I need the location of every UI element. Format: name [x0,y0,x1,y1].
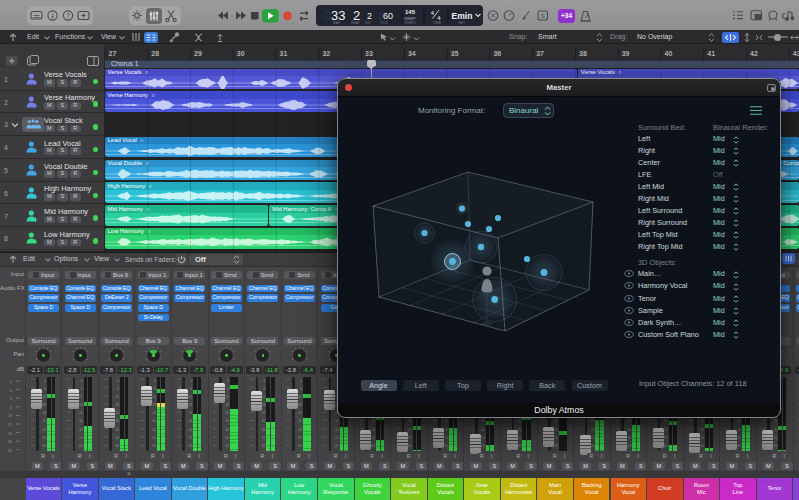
svg-text:4: 4 [431,9,435,15]
svg-text:28: 28 [151,49,159,56]
svg-text:4: 4 [437,14,441,20]
svg-text:40: 40 [664,49,672,56]
svg-text:BAR: BAR [333,21,341,25]
svg-text:BEAT: BEAT [351,21,361,25]
svg-text:34: 34 [407,49,415,56]
svg-text:33: 33 [365,49,373,56]
svg-text:35: 35 [450,49,458,56]
svg-text:38: 38 [579,49,587,56]
svg-text:32: 32 [322,49,330,56]
svg-text:TIME: TIME [433,21,442,25]
svg-text:31: 31 [279,49,287,56]
svg-text:36: 36 [493,49,501,56]
svg-text:?: ? [66,12,70,19]
svg-text:42: 42 [750,49,758,56]
svg-text:145: 145 [405,9,416,15]
svg-text:DIV: DIV [365,21,372,25]
svg-text:2: 2 [367,11,372,21]
svg-text:TICK: TICK [380,21,389,25]
svg-text:43: 43 [792,49,799,56]
svg-text:KEY: KEY [458,21,466,25]
svg-text:60: 60 [383,11,393,21]
svg-text:30: 30 [236,49,244,56]
svg-text:S: S [541,13,545,19]
svg-text:41: 41 [707,49,715,56]
svg-text:39: 39 [621,49,629,56]
svg-text:TEMPO: TEMPO [404,21,417,25]
svg-text:27: 27 [108,49,116,56]
svg-text:29: 29 [194,49,202,56]
svg-text:KEEP: KEEP [404,15,415,20]
svg-text:37: 37 [536,49,544,56]
svg-text:Emin: Emin [452,10,473,20]
